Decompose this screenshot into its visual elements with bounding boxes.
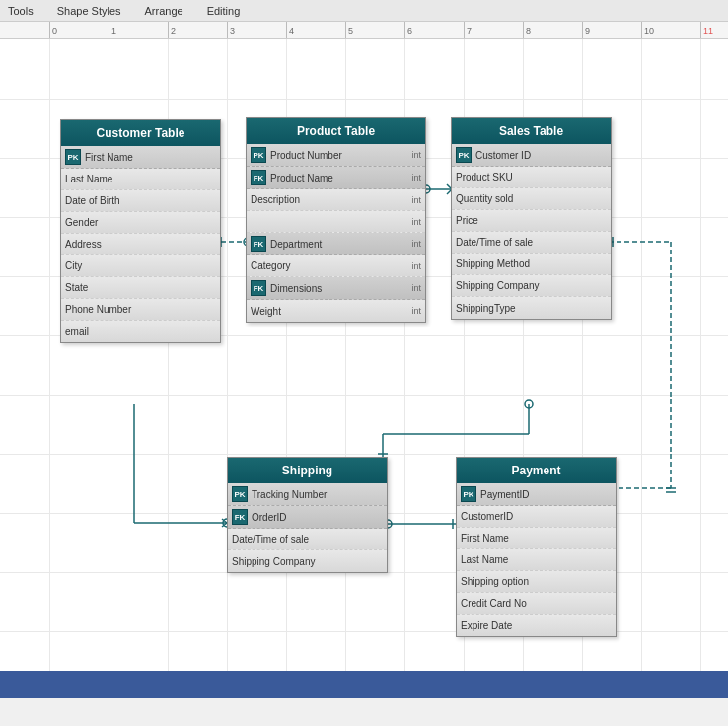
pk-badge: PK: [251, 147, 266, 163]
product-field-dim: Dimensions: [270, 283, 407, 294]
table-row: int: [247, 211, 425, 233]
payment-pk-row: PK PaymentID: [457, 483, 616, 506]
ruler-tick-5: 5: [345, 22, 404, 38]
payment-field-id: PaymentID: [480, 489, 612, 500]
payment-field-custid: CustomerID: [461, 511, 612, 522]
ruler-tick-3: 3: [227, 22, 286, 38]
sales-field-shipcmp: Shipping Company: [456, 280, 607, 291]
fk-badge: FK: [232, 509, 248, 525]
customer-field-gender: Gender: [65, 217, 216, 228]
table-row: Last Name: [457, 549, 616, 571]
table-row: Shipping Method: [452, 254, 611, 275]
product-fk-row2: FK Department int: [247, 233, 425, 255]
shipping-field-company: Shipping Company: [232, 556, 383, 567]
product-field-desc: Description: [251, 194, 407, 205]
customer-table-header: Customer Table: [61, 120, 220, 146]
customer-field-firstname: First Name: [85, 152, 216, 163]
canvas-area[interactable]: Customer Table PK First Name Last Name D…: [0, 39, 728, 698]
sales-field-date: Date/Time of sale: [456, 237, 607, 248]
pk-badge: PK: [456, 147, 472, 163]
toolbar-tools[interactable]: Tools: [8, 5, 34, 17]
pk-badge: PK: [461, 486, 476, 502]
ruler-tick-10: 10: [641, 22, 700, 38]
table-row: Quantity sold: [452, 188, 611, 210]
toolbar-arrange[interactable]: Arrange: [145, 5, 183, 17]
product-field-number: Product Number: [270, 150, 407, 161]
shipping-table-header: Shipping: [228, 458, 387, 483]
toolbar-shape-styles[interactable]: Shape Styles: [57, 5, 121, 17]
table-row: Weight int: [247, 300, 425, 322]
toolbar-editing[interactable]: Editing: [207, 5, 241, 17]
ruler-tick-9: 9: [582, 22, 641, 38]
payment-table-header: Payment: [457, 458, 616, 483]
product-field-name-type: int: [411, 173, 421, 182]
sales-table[interactable]: Sales Table PK Customer ID Product SKU Q…: [451, 117, 612, 320]
toolbar: Tools Shape Styles Arrange Editing: [0, 0, 728, 22]
sales-pk-row: PK Customer ID: [452, 144, 611, 167]
ruler-tick-2: 2: [168, 22, 227, 38]
shipping-pk-row: PK Tracking Number: [228, 483, 387, 506]
table-row: Price: [452, 210, 611, 232]
table-row: Gender: [61, 212, 220, 234]
table-row: Date/Time of sale: [228, 529, 387, 550]
product-table[interactable]: Product Table PK Product Number int FK P…: [246, 117, 426, 323]
product-field-cat: Category: [251, 260, 407, 271]
sales-field-qty: Quantity sold: [456, 193, 607, 204]
ruler-tick-6: 6: [404, 22, 464, 38]
table-row: First Name: [457, 528, 616, 549]
table-row: email: [61, 321, 220, 342]
table-row: Last Name: [61, 169, 220, 190]
payment-field-firstname: First Name: [461, 533, 612, 544]
table-row: Product SKU: [452, 167, 611, 188]
table-row: Expire Date: [457, 615, 616, 636]
payment-table[interactable]: Payment PK PaymentID CustomerID First Na…: [456, 457, 617, 637]
table-row: CustomerID: [457, 506, 616, 528]
fk-badge: FK: [251, 170, 266, 185]
pk-badge: PK: [232, 486, 248, 502]
ruler-tick-8: 8: [523, 22, 582, 38]
table-row: Shipping Company: [228, 550, 387, 572]
product-fk-row: FK Product Name int: [247, 167, 425, 189]
ruler-numbers: 0 1 2 3 4 5 6 7 8 9 10 11: [49, 22, 728, 38]
payment-field-ccno: Credit Card No: [461, 598, 612, 609]
table-row: City: [61, 255, 220, 277]
bottom-bar: [0, 671, 728, 698]
product-table-header: Product Table: [247, 118, 425, 144]
product-field-desc-type: int: [411, 195, 421, 205]
fk-badge: FK: [251, 236, 266, 252]
product-field-dim-type: int: [411, 283, 421, 293]
table-row: Date/Time of sale: [452, 232, 611, 254]
shipping-field-orderid: OrderID: [252, 512, 383, 523]
sales-field-custid: Customer ID: [475, 150, 607, 161]
ruler-tick-4: 4: [286, 22, 345, 38]
customer-field-address: Address: [65, 239, 216, 250]
product-field-dept-type: int: [411, 239, 421, 249]
ruler-tick-0: 0: [49, 22, 109, 38]
table-row: Address: [61, 234, 220, 255]
product-field-name: Product Name: [270, 173, 407, 183]
sales-table-header: Sales Table: [452, 118, 611, 144]
product-field-empty-type: int: [411, 217, 421, 227]
customer-table[interactable]: Customer Table PK First Name Last Name D…: [60, 119, 221, 343]
table-row: Credit Card No: [457, 593, 616, 615]
customer-field-email: email: [65, 327, 216, 337]
customer-field-city: City: [65, 260, 216, 271]
product-field-weight: Weight: [251, 306, 407, 317]
customer-field-phone: Phone Number: [65, 304, 216, 315]
sales-field-price: Price: [456, 215, 607, 226]
table-row: State: [61, 277, 220, 299]
payment-field-expiry: Expire Date: [461, 620, 612, 631]
table-row: Category int: [247, 255, 425, 277]
product-field-number-type: int: [411, 150, 421, 160]
ruler: 0 1 2 3 4 5 6 7 8 9 10 11: [0, 22, 728, 39]
payment-field-shipoption: Shipping option: [461, 576, 612, 587]
product-field-weight-type: int: [411, 306, 421, 316]
table-row: Date of Birth: [61, 190, 220, 212]
payment-field-lastname: Last Name: [461, 554, 612, 565]
table-row: ShippingType: [452, 297, 611, 319]
customer-field-lastname: Last Name: [65, 174, 216, 184]
product-field-cat-type: int: [411, 261, 421, 271]
shipping-table[interactable]: Shipping PK Tracking Number FK OrderID D…: [227, 457, 388, 573]
table-row: Shipping option: [457, 571, 616, 593]
ruler-tick-7: 7: [464, 22, 523, 38]
